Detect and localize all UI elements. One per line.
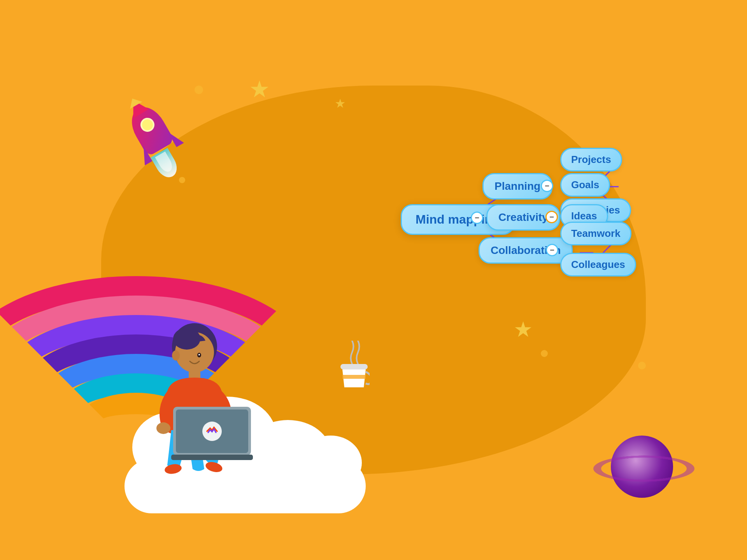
svg-point-12 bbox=[172, 350, 180, 360]
person-illustration bbox=[132, 306, 257, 482]
circle-decoration bbox=[541, 350, 548, 357]
mindmap: Mind mapping − Planning − Projects Goals… bbox=[350, 101, 700, 334]
svg-rect-15 bbox=[340, 364, 368, 369]
star-icon: ★ bbox=[249, 78, 270, 101]
svg-rect-11 bbox=[171, 455, 253, 460]
svg-point-14 bbox=[198, 354, 200, 355]
svg-point-7 bbox=[205, 460, 224, 474]
planning-label: Planning bbox=[494, 180, 540, 192]
creativity-connector[interactable]: − bbox=[545, 211, 558, 223]
creativity-label: Creativity bbox=[498, 211, 548, 224]
teamwork-node[interactable]: Teamwork bbox=[560, 222, 631, 245]
planet-icon bbox=[611, 436, 677, 502]
coffee-cup-icon bbox=[338, 341, 370, 389]
goals-label: Goals bbox=[571, 179, 599, 191]
circle-decoration bbox=[195, 86, 203, 94]
svg-rect-16 bbox=[342, 375, 366, 379]
projects-node[interactable]: Projects bbox=[560, 148, 622, 172]
star-icon: ★ bbox=[335, 97, 346, 110]
ideas-label: Ideas bbox=[571, 210, 597, 222]
center-connector[interactable]: − bbox=[471, 212, 483, 224]
goals-node[interactable]: Goals bbox=[560, 173, 610, 197]
planning-connector[interactable]: − bbox=[541, 180, 553, 192]
teamwork-label: Teamwork bbox=[571, 228, 621, 240]
circle-decoration bbox=[638, 362, 646, 369]
collaboration-connector[interactable]: − bbox=[546, 244, 558, 256]
colleagues-node[interactable]: Colleagues bbox=[560, 253, 636, 276]
colleagues-label: Colleagues bbox=[571, 259, 625, 271]
svg-point-4 bbox=[156, 422, 170, 434]
collaboration-node[interactable]: Collaboration bbox=[479, 237, 573, 264]
projects-label: Projects bbox=[571, 154, 611, 166]
